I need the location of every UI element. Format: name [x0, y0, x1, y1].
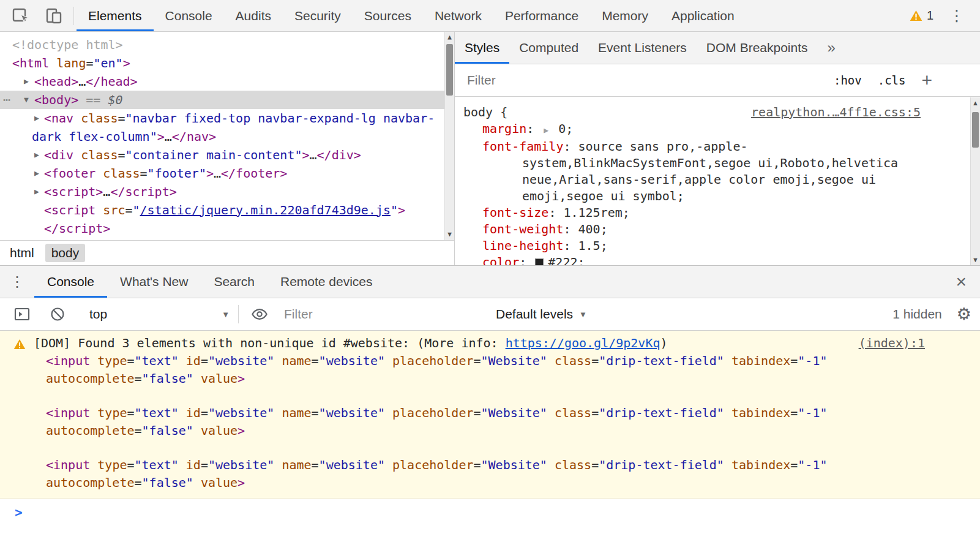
- css-selector[interactable]: body {: [463, 104, 507, 121]
- tab-audits[interactable]: Audits: [224, 0, 283, 31]
- toolbar-icons: [0, 0, 71, 31]
- dom-node-body-selected[interactable]: ⋯▼<body> == $0: [0, 91, 454, 109]
- elements-scrollbar[interactable]: ▲ ▼: [444, 32, 454, 240]
- dom-node-container-div[interactable]: ▶<div class="container main-content">…</…: [0, 146, 454, 164]
- scroll-down-icon[interactable]: ▼: [445, 229, 454, 240]
- tab-computed[interactable]: Computed: [509, 32, 588, 64]
- console-warning-badge[interactable]: 1: [910, 9, 933, 23]
- breadcrumb-body[interactable]: body: [45, 244, 86, 262]
- element-class-toggle[interactable]: .cls: [878, 73, 906, 87]
- warning-icon: [13, 337, 26, 355]
- console-toolbar: top Default levels 1 hidden: [0, 298, 980, 331]
- scroll-up-icon[interactable]: ▲: [445, 32, 454, 43]
- dom-tree: <!doctype html> <html lang="en"> ▶<head>…: [0, 32, 454, 240]
- device-toolbar-icon[interactable]: [40, 4, 67, 28]
- tab-sources[interactable]: Sources: [353, 0, 423, 31]
- styles-panel: Styles Computed Event Listeners DOM Brea…: [455, 32, 980, 265]
- console-logged-element[interactable]: <input type="text" id="website" name="we…: [0, 352, 980, 388]
- execution-context-label: top: [89, 307, 107, 322]
- tab-whats-new[interactable]: What's New: [107, 266, 201, 298]
- dom-node-nav[interactable]: ▶<nav class="navbar fixed-top navbar-exp…: [0, 109, 454, 146]
- toolbar-divider: [238, 305, 239, 323]
- tab-console[interactable]: Console: [154, 0, 224, 31]
- styles-scrollbar[interactable]: ▲ ▼: [970, 97, 980, 265]
- dom-node-doctype[interactable]: <!doctype html>: [0, 36, 454, 54]
- console-drawer: Console What's New Search Remote devices…: [0, 265, 980, 550]
- scroll-down-icon[interactable]: ▼: [971, 254, 980, 265]
- kebab-menu-icon[interactable]: [943, 4, 970, 28]
- css-property-font-weight[interactable]: font-weight: 400;: [463, 221, 921, 238]
- console-logged-element[interactable]: <input type="text" id="website" name="we…: [0, 404, 980, 440]
- tab-remote-devices[interactable]: Remote devices: [267, 266, 386, 298]
- css-source-link[interactable]: realpython.…4ff1e.css:5: [751, 104, 921, 121]
- inspect-element-icon[interactable]: [7, 4, 34, 28]
- chevron-down-icon: [222, 310, 230, 319]
- close-drawer-icon[interactable]: [942, 266, 980, 298]
- tab-elements[interactable]: Elements: [77, 0, 154, 31]
- tab-dom-breakpoints[interactable]: DOM Breakpoints: [697, 32, 818, 64]
- console-warning-message: [DOM] Found 3 elements with non-unique i…: [0, 331, 980, 499]
- settings-gear-icon[interactable]: [957, 304, 971, 324]
- console-filter-input[interactable]: [284, 307, 480, 322]
- tab-application[interactable]: Application: [660, 0, 746, 31]
- dom-node-script-close[interactable]: </script>: [0, 219, 454, 238]
- main-split: <!doctype html> <html lang="en"> ▶<head>…: [0, 32, 980, 265]
- console-source-link[interactable]: (index):1: [859, 334, 925, 352]
- styles-filter-input[interactable]: [467, 73, 818, 88]
- styles-tab-strip: Styles Computed Event Listeners DOM Brea…: [455, 32, 980, 64]
- dom-node-script-inline[interactable]: ▶<script>…</script>: [0, 183, 454, 201]
- console-prompt[interactable]: [0, 499, 980, 522]
- styles-pane: body { realpython.…4ff1e.css:5 margin: ▶…: [455, 97, 970, 265]
- warning-icon: [910, 10, 922, 21]
- toolbar-right: 1: [910, 0, 980, 31]
- css-property-margin[interactable]: margin: ▶ 0;: [463, 121, 921, 138]
- execution-context-selector[interactable]: top: [80, 307, 236, 322]
- tab-drawer-console[interactable]: Console: [34, 266, 107, 298]
- tab-search[interactable]: Search: [201, 266, 267, 298]
- console-sidebar-icon[interactable]: [9, 303, 36, 326]
- css-rule-header: body { realpython.…4ff1e.css:5: [463, 104, 921, 121]
- dom-node-script-src[interactable]: <script src="/static/jquery.min.220afd74…: [0, 201, 454, 219]
- dom-node-html[interactable]: <html lang="en">: [0, 54, 454, 72]
- scroll-up-icon[interactable]: ▲: [971, 97, 980, 108]
- expand-arrow-icon[interactable]: ▶: [31, 183, 42, 201]
- log-levels-label: Default levels: [496, 307, 573, 322]
- css-property-font-family[interactable]: font-family: source sans pro,-apple-syst…: [463, 138, 921, 205]
- new-style-rule-button[interactable]: +: [921, 74, 932, 86]
- expand-arrow-icon[interactable]: ▶: [31, 109, 42, 127]
- main-toolbar: Elements Console Audits Security Sources…: [0, 0, 980, 32]
- dom-node-head[interactable]: ▶<head>…</head>: [0, 72, 454, 91]
- chevron-down-icon: [579, 310, 587, 319]
- hidden-messages-count: 1 hidden: [892, 307, 942, 322]
- collapse-arrow-icon[interactable]: ▼: [21, 91, 32, 109]
- tab-event-listeners[interactable]: Event Listeners: [588, 32, 697, 64]
- tab-performance[interactable]: Performance: [493, 0, 590, 31]
- css-property-font-size[interactable]: font-size: 1.125rem;: [463, 205, 921, 221]
- devtools-window: Elements Console Audits Security Sources…: [0, 0, 980, 550]
- expand-arrow-icon[interactable]: ▶: [21, 72, 32, 91]
- pseudo-state-toggle[interactable]: :hov: [834, 73, 862, 87]
- drawer-menu-icon[interactable]: [0, 266, 34, 298]
- breadcrumb-html[interactable]: html: [4, 244, 40, 262]
- tab-security[interactable]: Security: [283, 0, 353, 31]
- expand-arrow-icon[interactable]: ▶: [31, 146, 42, 164]
- scrollbar-thumb[interactable]: [446, 44, 453, 96]
- expand-arrow-icon[interactable]: ▶: [31, 164, 42, 183]
- log-levels-dropdown[interactable]: Default levels: [496, 307, 587, 322]
- elements-panel: <!doctype html> <html lang="en"> ▶<head>…: [0, 32, 455, 265]
- main-tab-strip: Elements Console Audits Security Sources…: [77, 0, 746, 31]
- css-property-color[interactable]: color: #222;: [463, 254, 921, 265]
- dom-node-footer[interactable]: ▶<footer class="footer">…</footer>: [0, 164, 454, 183]
- console-logged-element[interactable]: <input type="text" id="website" name="we…: [0, 456, 980, 492]
- more-tabs-icon[interactable]: »: [821, 32, 842, 64]
- tab-styles[interactable]: Styles: [455, 32, 509, 64]
- eye-icon[interactable]: [246, 303, 273, 326]
- scrollbar-thumb[interactable]: [972, 112, 979, 148]
- warning-count: 1: [927, 9, 933, 23]
- tab-network[interactable]: Network: [423, 0, 493, 31]
- more-actions-icon[interactable]: ⋯: [3, 91, 9, 109]
- tab-memory[interactable]: Memory: [590, 0, 660, 31]
- css-property-line-height[interactable]: line-height: 1.5;: [463, 238, 921, 254]
- warning-message-text: [DOM] Found 3 elements with non-unique i…: [0, 334, 980, 352]
- clear-console-icon[interactable]: [44, 303, 71, 326]
